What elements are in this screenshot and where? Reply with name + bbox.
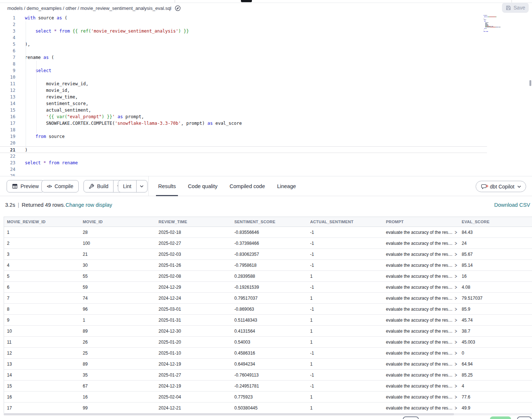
editor-toolbar: Preview </> Compile Build Lint bbox=[0, 176, 532, 196]
prompt-cell[interactable]: evaluate the accuracy of the res…> bbox=[383, 370, 459, 380]
code-line-16[interactable]: 16 '{{ var("eval_prompt") }}' as prompt, bbox=[0, 113, 532, 120]
expand-prompt-icon[interactable]: > bbox=[455, 262, 457, 268]
prompt-preview-text: evaluate the accuracy of the res… bbox=[386, 384, 453, 389]
preview-button[interactable]: Preview bbox=[7, 180, 44, 192]
scrollbar-thumb[interactable] bbox=[4, 413, 454, 415]
chevron-down-icon bbox=[140, 185, 144, 187]
tab-results[interactable]: Results bbox=[158, 176, 176, 196]
line-number: 20 bbox=[0, 140, 15, 146]
prompt-cell[interactable]: evaluate the accuracy of the res…> bbox=[383, 304, 459, 314]
edit-file-icon[interactable] bbox=[175, 5, 181, 11]
expand-prompt-icon[interactable]: > bbox=[455, 339, 457, 345]
lint-button[interactable]: Lint bbox=[118, 180, 136, 192]
editor-minimap[interactable] bbox=[484, 15, 524, 33]
dbt-copilot-button[interactable]: dbt Copilot bbox=[476, 181, 526, 192]
table-horizontal-scrollbar[interactable] bbox=[4, 413, 532, 415]
prompt-cell[interactable]: evaluate the accuracy of the res…> bbox=[383, 392, 459, 402]
code-line-3[interactable]: 3 select * from {{ ref('movie_review_sen… bbox=[0, 28, 532, 34]
change-row-display-link[interactable]: Change row display bbox=[66, 202, 112, 208]
expand-prompt-icon[interactable]: > bbox=[455, 240, 457, 246]
code-line-25[interactable]: 25 bbox=[0, 173, 532, 176]
code-line-10[interactable]: 10 bbox=[0, 74, 532, 81]
table-cell: -1 bbox=[307, 227, 383, 237]
editor-scrollbar[interactable] bbox=[529, 80, 531, 86]
tab-code-quality[interactable]: Code quality bbox=[188, 176, 217, 196]
bottom-cutoff-button[interactable] bbox=[403, 416, 419, 419]
bottom-cutoff-green-pill[interactable] bbox=[490, 416, 511, 419]
expand-prompt-icon[interactable]: > bbox=[455, 317, 457, 323]
expand-prompt-icon[interactable]: > bbox=[455, 350, 457, 356]
code-line-8[interactable]: 8 bbox=[0, 61, 532, 67]
expand-prompt-icon[interactable]: > bbox=[455, 361, 457, 367]
code-line-12[interactable]: 12 movie_id, bbox=[0, 87, 532, 94]
prompt-cell[interactable]: evaluate the accuracy of the res…> bbox=[383, 315, 459, 325]
expand-prompt-icon[interactable]: > bbox=[455, 328, 457, 334]
prompt-preview-text: evaluate the accuracy of the res… bbox=[386, 296, 453, 301]
expand-prompt-icon[interactable]: > bbox=[455, 306, 457, 312]
table-cell: -0.24951781 bbox=[231, 381, 307, 391]
prompt-cell[interactable]: evaluate the accuracy of the res…> bbox=[383, 282, 459, 292]
tab-lineage[interactable]: Lineage bbox=[277, 176, 296, 196]
column-header-review_time[interactable]: REVIEW_TIME bbox=[156, 217, 231, 227]
code-line-14[interactable]: 14 sentiment_score, bbox=[0, 100, 532, 107]
code-line-15[interactable]: 15 actual_sentiment, bbox=[0, 107, 532, 113]
results-status-bar: 3.2s|Returned 49 rows. Change row displa… bbox=[0, 196, 532, 214]
code-line-6[interactable]: 6 bbox=[0, 48, 532, 54]
prompt-cell[interactable]: evaluate the accuracy of the res…> bbox=[383, 348, 459, 358]
prompt-cell[interactable]: evaluate the accuracy of the res…> bbox=[383, 238, 459, 248]
prompt-cell[interactable]: evaluate the accuracy of the res…> bbox=[383, 326, 459, 336]
prompt-cell[interactable]: evaluate the accuracy of the res…> bbox=[383, 249, 459, 259]
code-line-23[interactable]: 23select * from rename bbox=[0, 160, 532, 166]
code-line-2[interactable]: 2 bbox=[0, 21, 532, 28]
expand-prompt-icon[interactable]: > bbox=[455, 284, 457, 290]
code-line-9[interactable]: 9 select bbox=[0, 67, 532, 74]
code-line-13[interactable]: 13 review_time, bbox=[0, 94, 532, 100]
lint-dropdown-button[interactable] bbox=[136, 180, 147, 192]
lint-button-label: Lint bbox=[123, 183, 131, 189]
column-header-movie_id[interactable]: MOVIE_ID bbox=[80, 217, 156, 227]
code-line-20[interactable]: 20 bbox=[0, 140, 532, 146]
code-line-19[interactable]: 19 from source bbox=[0, 133, 532, 140]
code-line-7[interactable]: 7rename as ( bbox=[0, 54, 532, 61]
code-line-24[interactable]: 24 bbox=[0, 166, 532, 173]
code-line-22[interactable]: 22 bbox=[0, 153, 532, 160]
prompt-cell[interactable]: evaluate the accuracy of the res…> bbox=[383, 293, 459, 303]
column-header-eval_score[interactable]: EVAL_SCORE bbox=[459, 217, 532, 227]
expand-prompt-icon[interactable]: > bbox=[455, 229, 457, 235]
prompt-cell[interactable]: evaluate the accuracy of the res…> bbox=[383, 403, 459, 413]
code-line-18[interactable]: 18 bbox=[0, 127, 532, 133]
column-header-sentiment_score[interactable]: SENTIMENT_SCORE bbox=[231, 217, 307, 227]
prompt-cell[interactable]: evaluate the accuracy of the res…> bbox=[383, 381, 459, 391]
save-button[interactable]: Save bbox=[502, 3, 529, 13]
expand-prompt-icon[interactable]: > bbox=[455, 405, 457, 411]
bottom-cutoff-button[interactable] bbox=[517, 416, 532, 419]
status-separator: | bbox=[18, 202, 19, 208]
expand-prompt-icon[interactable]: > bbox=[455, 394, 457, 400]
build-button[interactable]: Build bbox=[84, 180, 113, 192]
code-line-1[interactable]: 1with source as ( bbox=[0, 15, 532, 21]
code-line-11[interactable]: 11 movie_review_id, bbox=[0, 81, 532, 87]
prompt-cell[interactable]: evaluate the accuracy of the res…> bbox=[383, 260, 459, 270]
prompt-cell[interactable]: evaluate the accuracy of the res…> bbox=[383, 271, 459, 281]
expand-prompt-icon[interactable]: > bbox=[455, 372, 457, 378]
code-line-17[interactable]: 17 SNOWFLAKE.CORTEX.COMPLETE('snowflake-… bbox=[0, 120, 532, 127]
expand-prompt-icon[interactable]: > bbox=[455, 273, 457, 279]
sql-code-editor[interactable]: 1with source as (23 select * from {{ ref… bbox=[0, 14, 532, 176]
breadcrumb-path[interactable]: models / demo_examples / other / movie_r… bbox=[7, 5, 171, 11]
column-header-movie_review_id[interactable]: MOVIE_REVIEW_ID bbox=[4, 217, 80, 227]
column-header-actual_sentiment[interactable]: ACTUAL_SENTIMENT bbox=[307, 217, 383, 227]
expand-prompt-icon[interactable]: > bbox=[455, 251, 457, 257]
expand-prompt-icon[interactable]: > bbox=[455, 295, 457, 301]
prompt-cell[interactable]: evaluate the accuracy of the res…> bbox=[383, 359, 459, 369]
prompt-cell[interactable]: evaluate the accuracy of the res…> bbox=[383, 227, 459, 237]
code-line-21[interactable]: 21) bbox=[0, 146, 487, 153]
code-line-4[interactable]: 4 bbox=[0, 34, 532, 41]
tab-compiled-code[interactable]: Compiled code bbox=[230, 176, 265, 196]
code-text: movie_id, bbox=[25, 87, 70, 94]
column-header-prompt[interactable]: PROMPT bbox=[383, 217, 459, 227]
expand-prompt-icon[interactable]: > bbox=[455, 383, 457, 389]
download-csv-link[interactable]: Download CSV bbox=[494, 202, 530, 208]
code-line-5[interactable]: 5), bbox=[0, 41, 532, 48]
compile-button[interactable]: </> Compile bbox=[41, 180, 79, 192]
prompt-cell[interactable]: evaluate the accuracy of the res…> bbox=[383, 337, 459, 347]
